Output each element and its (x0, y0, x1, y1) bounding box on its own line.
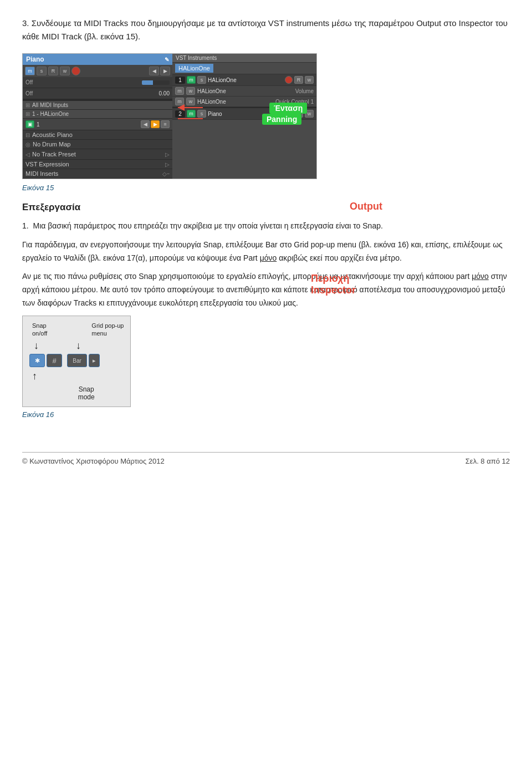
grid-button[interactable]: # (47, 354, 62, 367)
ch1-w[interactable]: w (305, 76, 314, 84)
acoustic-piano-row: ⊟ Acoustic Piano (23, 130, 172, 140)
vst-panel: VST Instruments HALionOne 1 m s HALionOn… (172, 54, 316, 179)
w-button[interactable]: w (60, 67, 70, 75)
panning-value: 0.00 (147, 90, 170, 96)
preset-icon: ⊟ (25, 132, 30, 138)
channel-row: ▣ 1 ◀ ▶ ≡ (23, 119, 172, 130)
vol-instrument: HALionOne (197, 88, 293, 94)
vst-expression-label: VST Expression (25, 161, 165, 167)
figure-16-container: Snapon/off Grid pop-upmenu ↓ ↓ ✱ # Bar ▸… (22, 316, 131, 408)
track-preset-icon: ◁ (25, 151, 30, 158)
volume-row: Off (23, 77, 172, 88)
snap-arrows-row: ↓ ↓ (29, 341, 124, 351)
figure-15-caption: Εικόνα 15 (22, 184, 510, 192)
acoustic-piano-label: Acoustic Piano (32, 131, 170, 138)
halion-icon: ⊞ (25, 111, 30, 117)
track-preset-label: No Track Preset (32, 151, 165, 158)
ch2-name: Piano (208, 111, 283, 117)
section-number: 3. (22, 18, 29, 28)
ch-ctrl-2[interactable]: ▶ (151, 120, 160, 128)
inspector-panel: Piano ✎ m s R w ◀ ▶ Off (23, 54, 172, 179)
ch1-s[interactable]: s (197, 76, 206, 84)
channel-icon: ▣ (25, 120, 34, 128)
vol-param: Volume (295, 88, 314, 94)
halion-name-row: HALionOne (172, 63, 316, 74)
snap-buttons-row: ✱ # Bar ▸ (29, 354, 124, 367)
bar-button[interactable]: Bar (67, 354, 87, 367)
prev-button[interactable]: ◀ (149, 67, 159, 75)
vol-m[interactable]: m (175, 87, 184, 95)
halion-input-label: 1 - HALionOne (32, 111, 69, 117)
snap-arrow-1: ↓ (34, 341, 39, 351)
halion-volume-row: m w HALionOne Volume (172, 86, 316, 96)
paragraph-1: 1. Μια βασική παράμετρος που επηρεάζει τ… (22, 220, 510, 233)
record-button[interactable] (71, 67, 80, 75)
figure-16-inner: Snapon/off Grid pop-upmenu ↓ ↓ ✱ # Bar ▸… (29, 322, 124, 402)
arrow-button[interactable]: ▸ (89, 354, 100, 367)
ch1-record[interactable] (285, 76, 293, 84)
channel-value: 1 (37, 121, 40, 128)
vst-channel-1: 1 m s HALionOne R w (172, 74, 316, 86)
paragraph-3: Αν με τις πιο πάνω ρυθμίσεις στο Snap χρ… (22, 270, 510, 309)
snap-onoff-label: Snapon/off (32, 322, 47, 338)
r-button[interactable]: R (48, 67, 58, 75)
ch2-s[interactable]: s (197, 110, 206, 118)
panning-label: Off (25, 90, 147, 96)
track-controls-row: m s R w ◀ ▶ (23, 65, 172, 77)
para1-number: 1. (22, 221, 29, 230)
midi-inserts-minus: − (167, 171, 170, 176)
ch1-number: 1 (175, 77, 185, 84)
midi-input-section: ⊞ All MIDI Inputs (23, 101, 172, 110)
midi-inserts-icon: ◇ (162, 171, 167, 177)
midi-input-label: All MIDI Inputs (32, 102, 68, 108)
figure-15-inner: Piano ✎ m s R w ◀ ▶ Off (23, 54, 316, 179)
panning-row: Off 0.00 (23, 88, 172, 99)
vol-w[interactable]: w (186, 87, 195, 95)
m-button[interactable]: m (25, 67, 35, 75)
ch1-m[interactable]: m (187, 76, 196, 84)
ch2-m[interactable]: m (187, 110, 196, 118)
ch1-r[interactable]: R (294, 76, 303, 84)
snap-mode-arrow: ↑ (29, 370, 124, 382)
footer-copyright: © Κωνσταντίνος Χριστοφόρου Μάρτιος 2012 (22, 457, 165, 465)
track-preset-arrow: ▷ (165, 151, 170, 158)
midi-inserts-row: MIDI Inserts ◇ − (23, 169, 172, 179)
section-title: Επεξεργασία (22, 202, 510, 213)
section-text: Συνδέουμε τα MIDI Tracks που δημιουργήσα… (22, 18, 508, 41)
qc-m[interactable]: m (175, 98, 184, 105)
s-button[interactable]: s (37, 67, 47, 75)
midi-icon: ⊞ (25, 102, 30, 108)
track-name-label: Piano (26, 55, 44, 63)
ch2-record[interactable] (285, 110, 293, 118)
drum-map-label: No Drum Map (33, 141, 170, 148)
vst-instruments-header: VST Instruments (172, 54, 316, 63)
paragraph-2: Για παράδειγμα, αν ενεργοποιήσουμε την λ… (22, 238, 510, 265)
figure-16-caption: Εικόνα 16 (22, 410, 510, 419)
edit-icon: ✎ (165, 57, 169, 63)
footer-page: Σελ. 8 από 12 (466, 457, 510, 465)
next-button[interactable]: ▶ (160, 67, 170, 75)
vst-expression-row: VST Expression ▷ (23, 160, 172, 169)
intro-paragraph: 3. Συνδέουμε τα MIDI Tracks που δημιουργ… (22, 17, 510, 43)
ch-ctrl-3[interactable]: ≡ (161, 120, 170, 128)
drum-icon: ◎ (25, 141, 30, 148)
para1-text: Μια βασική παράμετρος που επηρεάζει την … (33, 221, 382, 230)
snap-on-button[interactable]: ✱ (29, 354, 45, 367)
ch-ctrl-1[interactable]: ◀ (141, 120, 150, 128)
ch1-name: HALionOne (208, 77, 283, 83)
volume-label: Off (25, 79, 142, 85)
inspector-top-bar: Piano ✎ (23, 54, 172, 65)
ch2-number: 2 (175, 110, 185, 118)
drum-map-row: ◎ No Drum Map (23, 140, 172, 149)
figure-15-container: Piano ✎ m s R w ◀ ▶ Off (22, 53, 317, 179)
ch2-r[interactable]: R (294, 110, 303, 118)
qc-instrument: HALionOne (197, 99, 273, 105)
ch2-w[interactable]: w (305, 110, 314, 118)
halion-name: HALionOne (175, 64, 213, 73)
snap-labels-row: Snapon/off Grid pop-upmenu (29, 322, 124, 338)
halion-input-section: ⊞ 1 - HALionOne (23, 110, 172, 119)
vst-channel-2: 2 m s Piano R w (172, 108, 316, 120)
qc-w[interactable]: w (186, 98, 195, 105)
vst-instruments-label: VST Instruments (176, 55, 217, 61)
halion-qc-row: m w HALionOne Quick Control 1 (172, 96, 316, 107)
